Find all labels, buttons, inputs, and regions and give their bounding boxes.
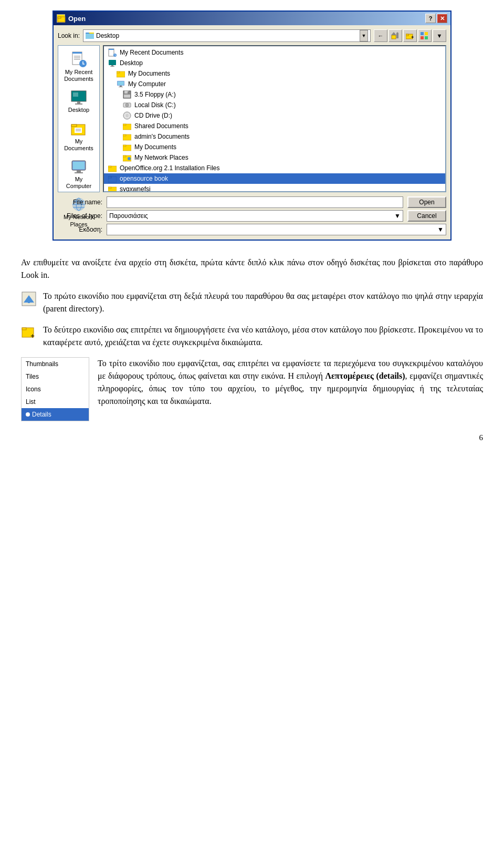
file-item-label: sygxwnefsi bbox=[120, 185, 151, 192]
details-bullet bbox=[26, 412, 30, 417]
nav-item-recent[interactable]: My RecentDocuments bbox=[58, 49, 99, 85]
network-file-icon bbox=[123, 153, 131, 162]
file-item-mydocs[interactable]: My Documents bbox=[104, 68, 445, 79]
svg-rect-17 bbox=[72, 52, 82, 54]
nav-item-mycomputer[interactable]: My Computer bbox=[58, 156, 99, 192]
file-item-label: OpenOffice.org 2.1 Installation Files bbox=[120, 164, 220, 172]
help-button[interactable]: ? bbox=[425, 14, 436, 23]
floppy-file-icon bbox=[123, 90, 131, 99]
svg-rect-3 bbox=[86, 34, 94, 39]
look-in-row: Look in: Desktop ▼ ← bbox=[58, 29, 446, 42]
file-item-floppy[interactable]: 3.5 Floppy (A:) bbox=[104, 89, 445, 100]
drive-file-icon bbox=[123, 101, 131, 109]
file-item-shareddocs[interactable]: Shared Documents bbox=[104, 121, 445, 131]
file-item-label: Local Disk (C:) bbox=[134, 101, 176, 109]
nav-label-mydocs: My Documents bbox=[61, 138, 96, 152]
file-item-opensource[interactable]: opensource book bbox=[104, 173, 445, 184]
titlebar-left: Open bbox=[57, 14, 86, 23]
view-item-thumbnails[interactable]: Thumbnails bbox=[22, 358, 89, 370]
file-item-label: My Documents bbox=[134, 143, 176, 151]
dialog-wrapper: Open ? ✕ Look in: bbox=[21, 11, 483, 241]
file-item-mydocs2[interactable]: My Documents bbox=[104, 142, 445, 152]
file-item-desktop[interactable]: Desktop bbox=[104, 58, 445, 68]
filename-input[interactable] bbox=[107, 196, 403, 208]
folder-icon bbox=[117, 69, 125, 78]
file-item-label: My Computer bbox=[128, 80, 166, 88]
file-item-localdisk[interactable]: Local Disk (C:) bbox=[104, 100, 445, 110]
file-item-admindocs[interactable]: admin's Documents bbox=[104, 131, 445, 142]
filetype-dropdown[interactable]: Παρουσιάσεις ▼ bbox=[107, 210, 403, 222]
filetype-value: Παρουσιάσεις bbox=[109, 212, 148, 220]
back-button[interactable]: ← bbox=[374, 29, 387, 42]
close-button[interactable]: ✕ bbox=[437, 14, 447, 23]
look-in-arrow[interactable]: ▼ bbox=[360, 30, 368, 41]
open-button[interactable]: Open bbox=[407, 196, 446, 208]
file-item-label: Desktop bbox=[120, 59, 143, 67]
file-item-label: opensource book bbox=[120, 175, 168, 182]
file-item-openoffice[interactable]: OpenOffice.org 2.1 Installation Files bbox=[104, 163, 445, 173]
nav-item-desktop[interactable]: Desktop bbox=[58, 87, 99, 116]
svg-rect-46 bbox=[110, 66, 114, 67]
file-item-recent[interactable]: My Recent Documents bbox=[104, 47, 445, 58]
look-in-dropdown[interactable]: Desktop ▼ bbox=[83, 29, 371, 42]
view-item-details[interactable]: Details bbox=[22, 408, 89, 421]
cancel-button[interactable]: Cancel bbox=[407, 210, 446, 222]
file-item-label: admin's Documents bbox=[134, 133, 190, 140]
paragraph-2-container: Το πρώτο εικονίδιο που εμφανίζεται στη δ… bbox=[21, 290, 483, 315]
svg-rect-56 bbox=[128, 91, 129, 93]
svg-rect-34 bbox=[77, 170, 81, 172]
svg-rect-25 bbox=[75, 103, 82, 105]
nav-label-mycomputer: My Computer bbox=[61, 176, 96, 190]
svg-rect-35 bbox=[75, 172, 83, 173]
list-label: List bbox=[26, 397, 36, 407]
svg-rect-50 bbox=[118, 81, 124, 85]
svg-rect-15 bbox=[425, 36, 428, 39]
file-list-area[interactable]: My Recent Documents Desktop bbox=[103, 45, 446, 192]
view-item-icons[interactable]: Icons bbox=[22, 383, 89, 396]
view-item-tiles[interactable]: Tiles bbox=[22, 370, 89, 383]
tiles-label: Tiles bbox=[26, 372, 39, 381]
file-item-network[interactable]: My Network Places bbox=[104, 152, 445, 163]
svg-rect-64 bbox=[123, 124, 126, 126]
filename-label: File name: bbox=[58, 199, 102, 206]
file-item-sygxwnefsi[interactable]: sygxwnefsi bbox=[104, 184, 445, 192]
view-section: Thumbnails Tiles Icons List Details Το τ… bbox=[21, 357, 483, 421]
paragraph-4: Το τρίτο εικονίδιο που εμφανίζεται, σας … bbox=[98, 357, 483, 421]
filetype-label: Files of type: bbox=[58, 212, 102, 220]
svg-rect-29 bbox=[75, 128, 82, 133]
look-in-label: Look in: bbox=[58, 32, 80, 39]
details-label: Details bbox=[32, 410, 51, 419]
file-item-cddrive[interactable]: CD Drive (D:) bbox=[104, 110, 445, 121]
dialog-icon bbox=[57, 14, 65, 23]
svg-rect-42 bbox=[109, 49, 114, 50]
view-item-list[interactable]: List bbox=[22, 396, 89, 408]
version-arrow: ▼ bbox=[437, 226, 444, 233]
svg-rect-66 bbox=[123, 134, 126, 136]
view-button[interactable] bbox=[418, 29, 432, 42]
view-arrow-button[interactable]: ▼ bbox=[433, 29, 446, 42]
svg-rect-26 bbox=[73, 92, 78, 97]
up-button[interactable] bbox=[388, 29, 402, 42]
file-item-label: My Documents bbox=[128, 70, 170, 77]
svg-text:+: + bbox=[411, 35, 414, 39]
file-item-mycomputer[interactable]: My Computer bbox=[104, 79, 445, 89]
look-in-icon bbox=[86, 31, 94, 41]
svg-point-59 bbox=[127, 105, 128, 106]
para3-icon: + bbox=[21, 325, 37, 344]
paragraph-2: Το πρώτο εικονίδιο που εμφανίζεται στη δ… bbox=[43, 290, 483, 315]
openoffice-folder-icon bbox=[108, 164, 117, 172]
new-folder-button[interactable]: + bbox=[403, 29, 417, 42]
titlebar-buttons: ? ✕ bbox=[425, 14, 447, 23]
version-dropdown[interactable]: ▼ bbox=[107, 224, 446, 235]
svg-rect-73 bbox=[108, 166, 111, 168]
recent-docs-icon bbox=[70, 51, 87, 68]
file-item-label: My Network Places bbox=[134, 154, 188, 161]
svg-text:+: + bbox=[30, 332, 35, 340]
nav-item-mydocs[interactable]: My Documents bbox=[58, 118, 99, 154]
bottom-section: File name: Open Files of type: Παρουσιάσ… bbox=[58, 196, 446, 235]
mydocs2-folder-icon bbox=[123, 143, 131, 151]
svg-rect-14 bbox=[421, 36, 424, 39]
svg-rect-51 bbox=[120, 86, 122, 87]
version-row: Έκδοση: ▼ bbox=[58, 224, 446, 235]
thumbnails-label: Thumbnails bbox=[26, 359, 58, 369]
